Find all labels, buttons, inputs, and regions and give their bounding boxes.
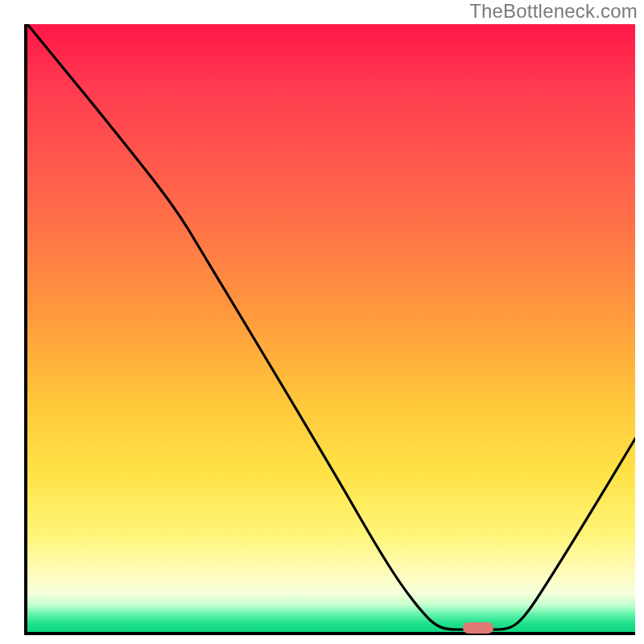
bottleneck-curve (27, 24, 635, 632)
watermark-text: TheBottleneck.com (469, 0, 638, 23)
chart-frame: TheBottleneck.com (0, 0, 644, 644)
optimal-marker (463, 622, 493, 634)
plot-area (24, 24, 635, 635)
